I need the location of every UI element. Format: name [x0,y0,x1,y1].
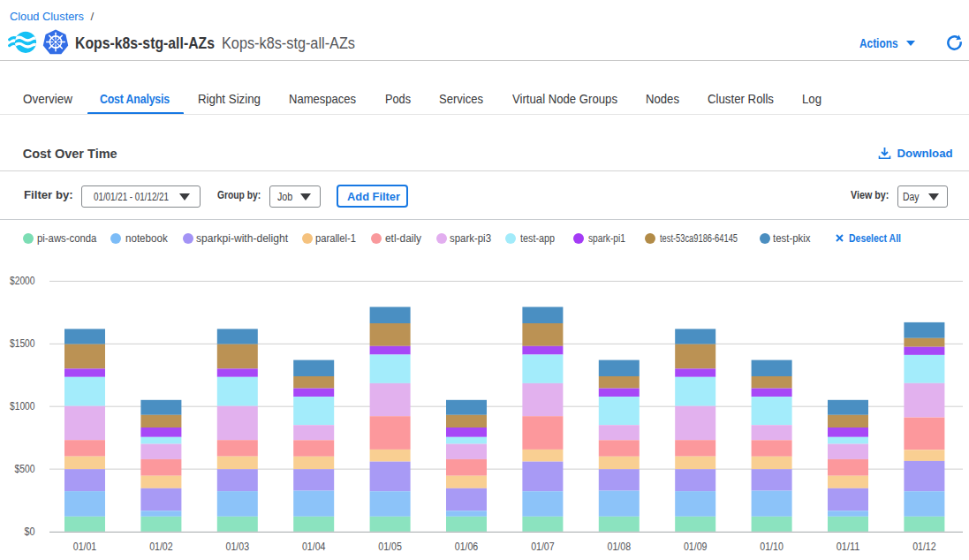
svg-text:01/09: 01/09 [684,541,708,553]
svg-text:01/10: 01/10 [760,541,784,553]
svg-text:01/11: 01/11 [837,541,860,553]
svg-text:01/12: 01/12 [912,541,936,553]
svg-text:$500: $500 [15,463,35,475]
svg-text:01/08: 01/08 [608,541,632,553]
svg-text:$0: $0 [25,526,35,538]
svg-text:$1500: $1500 [10,337,35,350]
svg-text:01/04: 01/04 [302,541,326,553]
svg-text:01/06: 01/06 [455,541,479,553]
svg-text:01/02: 01/02 [149,541,173,553]
svg-text:01/07: 01/07 [531,541,555,553]
svg-text:$1000: $1000 [10,400,35,412]
svg-text:$2000: $2000 [10,275,35,287]
svg-text:01/03: 01/03 [226,541,250,553]
svg-text:01/01: 01/01 [73,541,97,553]
svg-text:01/05: 01/05 [378,541,402,553]
